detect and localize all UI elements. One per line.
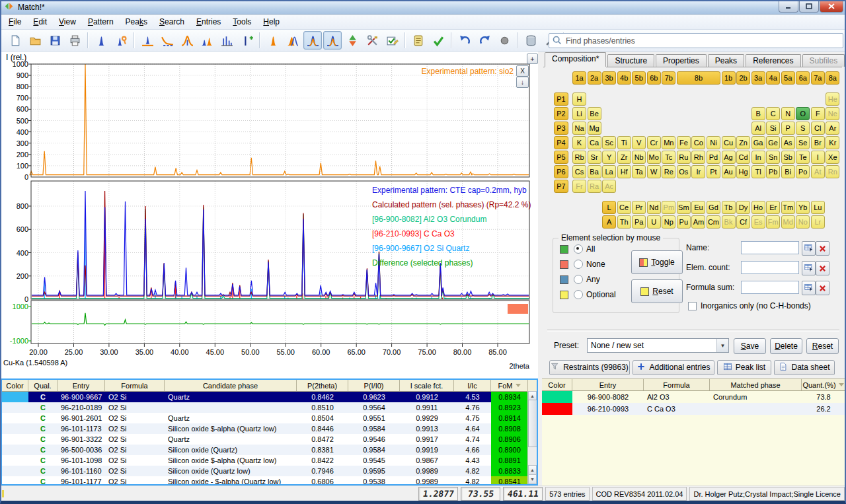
name-select-table-button[interactable] xyxy=(802,241,816,256)
element-Ba[interactable]: Ba xyxy=(588,165,601,178)
table-scrollbar[interactable]: ▲ ▲ ▼ xyxy=(527,391,537,484)
element-Ne[interactable]: Ne xyxy=(826,107,839,120)
all-radio[interactable] xyxy=(574,244,583,254)
minimize-button[interactable] xyxy=(779,0,798,13)
element-Ir[interactable]: Ir xyxy=(691,165,705,178)
element-O[interactable]: O xyxy=(796,107,810,120)
column-header-formula[interactable]: Formula xyxy=(644,379,710,390)
menu-search[interactable]: Search xyxy=(153,15,190,28)
period-P4[interactable]: P4 xyxy=(554,136,568,149)
database-manager-button[interactable] xyxy=(521,31,540,50)
element-Po[interactable]: Po xyxy=(796,165,810,178)
element-Ru[interactable]: Ru xyxy=(677,151,691,164)
menu-entries[interactable]: Entries xyxy=(190,15,227,28)
raw-data-processing-button[interactable] xyxy=(112,31,130,50)
strip-background-button[interactable] xyxy=(158,31,176,50)
lanthanides-button[interactable]: L xyxy=(602,201,616,214)
column-header-quant-[interactable]: Quant.(%) xyxy=(802,379,845,390)
group-1a[interactable]: 1a xyxy=(572,71,586,85)
element-No[interactable]: No xyxy=(796,215,810,229)
element-Ga[interactable]: Ga xyxy=(751,136,765,149)
period-P3[interactable]: P3 xyxy=(554,122,568,135)
element-Lu[interactable]: Lu xyxy=(811,201,825,214)
candidate-phases-table[interactable]: ColorQual.EntryFormulaCandidate phaseP(2… xyxy=(1,378,538,486)
element-Cu[interactable]: Cu xyxy=(722,136,736,149)
menu-view[interactable]: View xyxy=(53,15,82,28)
bottom-tab-data-sheet[interactable]: Data sheet xyxy=(774,360,835,375)
element-Cf[interactable]: Cf xyxy=(736,215,750,229)
peak-list-button[interactable] xyxy=(217,31,236,50)
element-Pa[interactable]: Pa xyxy=(632,215,646,229)
element-Fr[interactable]: Fr xyxy=(572,180,586,193)
print-button[interactable] xyxy=(65,31,84,50)
element-Tc[interactable]: Tc xyxy=(662,151,675,164)
element-Pb[interactable]: Pb xyxy=(766,165,780,178)
element-Sm[interactable]: Sm xyxy=(677,201,691,214)
profile-fitting-button[interactable] xyxy=(178,31,196,50)
column-header-i-ic[interactable]: I/Ic xyxy=(454,380,491,391)
redo-button[interactable] xyxy=(475,31,494,50)
element-Cs[interactable]: Cs xyxy=(572,165,586,178)
group-5a[interactable]: 5a xyxy=(781,71,795,85)
column-header-entry[interactable]: Entry xyxy=(58,380,105,391)
matched-row-96-210-0993[interactable]: 96-210-0993C Ca O326.2 xyxy=(542,403,845,415)
search-options-button[interactable] xyxy=(363,31,381,50)
element-Te[interactable]: Te xyxy=(796,151,810,164)
element-Dy[interactable]: Dy xyxy=(736,201,750,214)
element-Ge[interactable]: Ge xyxy=(766,136,780,149)
maximize-button[interactable] xyxy=(799,0,819,13)
element-Sc[interactable]: Sc xyxy=(602,136,616,149)
menu-pattern[interactable]: Pattern xyxy=(82,15,120,28)
preset-reset-button[interactable]: Reset xyxy=(806,338,839,354)
element-Pd[interactable]: Pd xyxy=(707,151,720,164)
element-Pt[interactable]: Pt xyxy=(707,165,720,178)
rietveld-refine-button[interactable] xyxy=(343,31,362,50)
element-Ce[interactable]: Ce xyxy=(617,201,631,214)
elem-count-select-table-button[interactable] xyxy=(802,261,816,275)
scroll-up2-icon[interactable]: ▲ xyxy=(528,465,537,475)
any-radio[interactable] xyxy=(574,275,583,284)
element-P[interactable]: P xyxy=(781,122,795,135)
inorganics-checkbox[interactable] xyxy=(688,302,697,310)
tab-structure[interactable]: Structure xyxy=(607,54,654,67)
element-I[interactable]: I xyxy=(811,151,825,164)
column-header-candidate-phase[interactable]: Candidate phase xyxy=(165,380,297,391)
peak-search-button[interactable] xyxy=(92,31,110,50)
menu-help[interactable]: Help xyxy=(257,15,286,28)
group-2b[interactable]: 2b xyxy=(736,71,750,85)
element-Sr[interactable]: Sr xyxy=(588,151,601,164)
tab-peaks[interactable]: Peaks xyxy=(708,54,744,67)
element-Mo[interactable]: Mo xyxy=(647,151,661,164)
element-Mg[interactable]: Mg xyxy=(588,122,601,135)
name-clear-button[interactable] xyxy=(816,241,829,256)
element-N[interactable]: N xyxy=(781,107,795,120)
element-As[interactable]: As xyxy=(781,136,795,149)
element-Ti[interactable]: Ti xyxy=(617,136,631,149)
formula-sum-select-table-button[interactable] xyxy=(802,281,816,295)
element-Be[interactable]: Be xyxy=(588,107,601,120)
group-3a[interactable]: 3a xyxy=(751,71,765,85)
undo-button[interactable] xyxy=(455,31,474,50)
group-8a[interactable]: 8a xyxy=(826,71,839,85)
matched-row-96-900-8082[interactable]: 96-900-8082Al2 O3Corundum73.8 xyxy=(542,391,845,403)
add-peak-button[interactable] xyxy=(237,31,256,50)
element-Co[interactable]: Co xyxy=(691,136,705,149)
element-He[interactable]: He xyxy=(826,92,839,106)
expand-panel-button[interactable]: + xyxy=(527,54,538,64)
element-Ni[interactable]: Ni xyxy=(707,136,720,149)
element-At[interactable]: At xyxy=(811,165,825,178)
column-header-fom[interactable]: FoM xyxy=(491,380,528,391)
element-Xe[interactable]: Xe xyxy=(826,151,839,164)
elem-count-clear-button[interactable] xyxy=(816,261,829,275)
column-header-i-scale-fct-[interactable]: I scale fct. xyxy=(400,380,454,391)
find-peaks-button[interactable] xyxy=(198,31,216,50)
bottom-tab-additional-entries[interactable]: Additional entries xyxy=(633,360,714,375)
save-button[interactable] xyxy=(46,31,64,50)
close-pattern-button[interactable]: X xyxy=(516,65,529,77)
element-U[interactable]: U xyxy=(647,215,661,229)
element-H[interactable]: H xyxy=(572,92,586,106)
preset-delete-button[interactable]: Delete xyxy=(770,338,802,354)
element-Tm[interactable]: Tm xyxy=(781,201,795,214)
optional-radio[interactable] xyxy=(574,290,583,299)
accept-button[interactable] xyxy=(429,31,447,50)
